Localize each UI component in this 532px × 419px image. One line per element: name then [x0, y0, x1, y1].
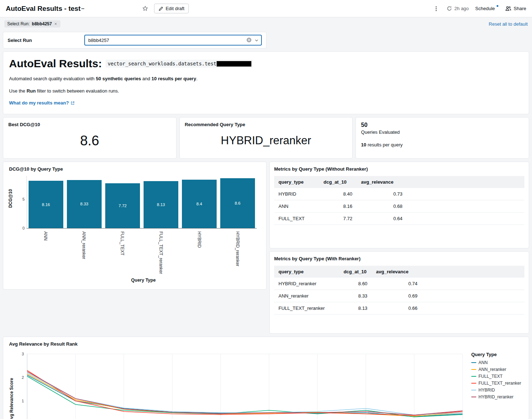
favorite-star-button[interactable] — [141, 4, 150, 13]
bar-ANN[interactable]: 8.16 — [29, 181, 63, 228]
share-people-icon — [505, 6, 511, 11]
external-link-icon — [71, 101, 75, 105]
schedule-label: Schedule — [475, 6, 495, 11]
reset-all-link[interactable]: Reset all to default — [489, 21, 528, 27]
bar-x-tick-label: ANN_reranker — [81, 231, 86, 274]
chip-label: Select Run: — [7, 21, 30, 26]
recommended-label: Recommended Query Type — [185, 122, 348, 127]
bar-FULL_TEXT_reranker[interactable]: 8.13 — [144, 181, 178, 228]
recommended-query-type-card: Recommended Query Type HYBRID_reranker — [179, 117, 353, 159]
legend-item-HYBRID[interactable]: HYBRID — [471, 388, 521, 393]
line-legend-items: ANNANN_rerankerFULL_TEXTFULL_TEXT_rerank… — [471, 360, 521, 399]
legend-label: ANN_reranker — [478, 367, 506, 372]
table-row: HYBRID8.400.73 — [274, 188, 524, 200]
chevron-down-icon[interactable] — [254, 38, 259, 44]
column-header: dcg_at_10 — [319, 176, 357, 188]
table-cell: FULL_TEXT — [274, 213, 319, 225]
last-refreshed-label: 2h ago — [454, 6, 469, 11]
chip-close-icon[interactable] — [54, 22, 58, 26]
bar-x-tick-label: FULL_TEXT_reranker — [158, 231, 163, 274]
refresh-button[interactable]: 2h ago — [447, 6, 469, 11]
bar-chart: DCG@10 8.168.337.728.138.48.605 ANNANN_r… — [26, 176, 257, 274]
table-row: HYBRID_reranker8.600.74 — [274, 278, 524, 290]
svg-text:2: 2 — [22, 375, 24, 380]
table-cell: 8.60 — [339, 278, 372, 290]
table-row: FULL_TEXT7.720.64 — [274, 213, 524, 225]
bar-x-tick-label: HYBRID — [197, 231, 202, 274]
select-run-input[interactable] — [84, 35, 262, 46]
column-header: avg_relevance — [357, 176, 407, 188]
bar-x-tick-label: HYBRID_reranker — [235, 231, 240, 274]
svg-text:3: 3 — [22, 352, 24, 356]
bar-x-tick-label: FULL_TEXT — [120, 231, 125, 274]
legend-swatch — [471, 376, 476, 377]
dataset-code: vector_search_workloads.datasets.test — [106, 60, 253, 68]
table-cell: HYBRID — [274, 188, 319, 200]
edit-draft-label: Edit draft — [166, 6, 184, 11]
legend-item-ANN_reranker[interactable]: ANN_reranker — [471, 367, 521, 372]
kebab-menu-icon — [434, 6, 439, 12]
filter-bar: Select Run: b8bb4257 Reset all to defaul… — [0, 17, 532, 30]
metrics-with-reranker-card: Metrics by Query Type (With Reranker) qu… — [269, 251, 529, 334]
table-cell: FULL_TEXT_reranker — [274, 302, 339, 315]
redaction-box — [217, 61, 251, 67]
overflow-menu-button[interactable] — [432, 4, 440, 13]
clear-selection-icon[interactable] — [246, 37, 252, 44]
legend-label: HYBRID — [478, 388, 495, 393]
legend-item-HYBRID_reranker[interactable]: HYBRID_reranker — [471, 394, 521, 399]
title-edit-cursor — [81, 8, 84, 9]
best-dcg-label: Best DCG@10 — [8, 122, 171, 127]
edit-draft-button[interactable]: Edit draft — [154, 4, 189, 13]
bar-HYBRID_reranker[interactable]: 8.6 — [220, 178, 255, 228]
metrics-without-reranker-card: Metrics by Query Type (Without Reranker)… — [269, 162, 529, 248]
table-cell: 7.72 — [319, 213, 357, 225]
legend-swatch — [471, 390, 476, 390]
widgets-area: Select Run AutoEval Results: vector_sear… — [0, 30, 532, 419]
select-run-combobox — [84, 35, 262, 46]
line-chart-svg[interactable]: 123 — [14, 351, 466, 419]
bar-xlabels: ANNANN_rerankerFULL_TEXTFULL_TEXT_rerank… — [26, 228, 257, 274]
table-title-without: Metrics by Query Type (Without Reranker) — [274, 166, 524, 172]
recommended-value: HYBRID_reranker — [221, 134, 311, 147]
best-dcg-card: Best DCG@10 8.6 — [3, 117, 176, 159]
table-cell: HYBRID_reranker — [274, 278, 339, 290]
bar-ANN_reranker[interactable]: 8.33 — [67, 180, 102, 228]
bar-value-label: 8.13 — [157, 202, 165, 207]
select-run-filter-chip[interactable]: Select Run: b8bb4257 — [4, 20, 60, 27]
table-title-with: Metrics by Query Type (With Reranker) — [274, 256, 524, 261]
intro-paragraph-2: Use the Run filter to switch between eva… — [9, 87, 523, 94]
bar-FULL_TEXT[interactable]: 7.72 — [105, 183, 140, 228]
avg-relevance-line-chart-card: Avg Relevance by Result Rank Avg Relevan… — [3, 337, 529, 419]
share-label: Share — [514, 6, 526, 11]
line-y-axis-label: Avg Relevance Score — [9, 353, 14, 419]
intro-text-widget: AutoEval Results: vector_search_workload… — [3, 51, 529, 114]
legend-swatch — [471, 397, 476, 397]
legend-item-FULL_TEXT[interactable]: FULL_TEXT — [471, 374, 521, 379]
results-help-link[interactable]: What do my results mean? — [9, 100, 75, 106]
refresh-icon — [447, 6, 452, 11]
chip-value: b8bb4257 — [32, 21, 52, 26]
table-cell: 8.16 — [319, 200, 357, 213]
legend-title: Query Type — [471, 352, 521, 357]
stats-row: Best DCG@10 8.6 Recommended Query Type H… — [3, 117, 529, 159]
bar-x-tick-label: ANN — [43, 231, 48, 274]
bar-chart-title: DCG@10 by Query Type — [9, 166, 260, 172]
legend-item-ANN[interactable]: ANN — [471, 360, 521, 365]
share-button[interactable]: Share — [505, 6, 526, 11]
bar-value-label: 8.16 — [42, 202, 50, 207]
bar-y-tick: 0 — [17, 226, 25, 230]
legend-item-FULL_TEXT_reranker[interactable]: FULL_TEXT_reranker — [471, 381, 521, 386]
bar-HYBRID[interactable]: 8.4 — [182, 180, 217, 228]
column-header: query_type — [274, 266, 339, 278]
select-run-widget: Select Run — [3, 32, 267, 48]
metrics-tables-column: Metrics by Query Type (Without Reranker)… — [269, 162, 529, 334]
bar-value-label: 8.6 — [235, 201, 241, 205]
schedule-notification-dot — [497, 5, 498, 7]
svg-text:1: 1 — [22, 399, 24, 403]
table-cell: ANN_reranker — [274, 290, 339, 302]
legend-label: HYBRID_reranker — [478, 394, 514, 399]
results-per-query: 10 results per query — [361, 142, 524, 147]
metrics-without-reranker-table: query_typedcg_at_10avg_relevanceHYBRID8.… — [274, 176, 524, 225]
top-bar: AutoEval Results - test Edit draft 2h ag… — [0, 0, 532, 17]
schedule-button[interactable]: Schedule — [475, 6, 499, 11]
